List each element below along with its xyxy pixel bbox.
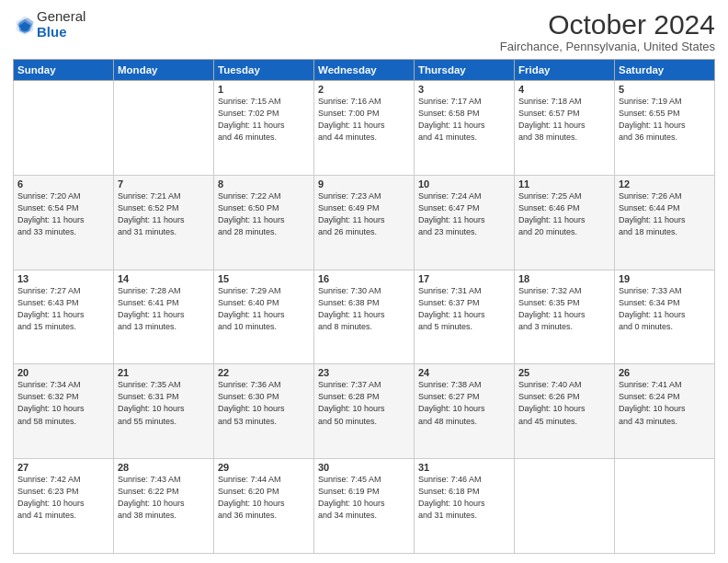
calendar-cell: 20Sunrise: 7:34 AM Sunset: 6:32 PM Dayli… — [14, 364, 114, 459]
day-info: Sunrise: 7:43 AM Sunset: 6:22 PM Dayligh… — [118, 474, 210, 522]
day-info: Sunrise: 7:44 AM Sunset: 6:20 PM Dayligh… — [218, 474, 310, 522]
calendar-cell: 29Sunrise: 7:44 AM Sunset: 6:20 PM Dayli… — [214, 459, 314, 554]
calendar-cell: 5Sunrise: 7:19 AM Sunset: 6:55 PM Daylig… — [615, 81, 715, 176]
day-header-thursday: Thursday — [415, 60, 515, 81]
day-number: 1 — [218, 84, 310, 95]
logo-text: General Blue — [37, 9, 85, 40]
calendar-cell — [615, 459, 715, 554]
day-header-sunday: Sunday — [14, 60, 114, 81]
day-number: 25 — [518, 367, 610, 378]
calendar-week-3: 13Sunrise: 7:27 AM Sunset: 6:43 PM Dayli… — [14, 270, 715, 364]
day-number: 8 — [218, 178, 310, 190]
day-header-friday: Friday — [515, 60, 615, 81]
day-info: Sunrise: 7:18 AM Sunset: 6:57 PM Dayligh… — [518, 96, 610, 144]
calendar-table: SundayMondayTuesdayWednesdayThursdayFrid… — [13, 59, 715, 554]
day-number: 7 — [118, 178, 210, 190]
day-info: Sunrise: 7:30 AM Sunset: 6:38 PM Dayligh… — [318, 285, 410, 333]
day-number: 24 — [418, 367, 510, 378]
day-number: 14 — [118, 273, 210, 284]
day-info: Sunrise: 7:35 AM Sunset: 6:31 PM Dayligh… — [118, 379, 210, 427]
day-info: Sunrise: 7:17 AM Sunset: 6:58 PM Dayligh… — [418, 96, 510, 144]
day-info: Sunrise: 7:37 AM Sunset: 6:28 PM Dayligh… — [318, 379, 410, 427]
day-info: Sunrise: 7:25 AM Sunset: 6:46 PM Dayligh… — [518, 190, 610, 238]
day-info: Sunrise: 7:29 AM Sunset: 6:40 PM Dayligh… — [218, 285, 310, 333]
day-number: 5 — [619, 84, 711, 95]
calendar-cell: 13Sunrise: 7:27 AM Sunset: 6:43 PM Dayli… — [14, 270, 114, 364]
day-header-tuesday: Tuesday — [214, 60, 314, 81]
calendar-cell: 7Sunrise: 7:21 AM Sunset: 6:52 PM Daylig… — [114, 175, 214, 270]
calendar-week-1: 1Sunrise: 7:15 AM Sunset: 7:02 PM Daylig… — [14, 81, 715, 176]
day-number: 19 — [619, 273, 711, 284]
day-number: 20 — [17, 367, 109, 378]
calendar-cell: 4Sunrise: 7:18 AM Sunset: 6:57 PM Daylig… — [515, 81, 615, 176]
day-info: Sunrise: 7:46 AM Sunset: 6:18 PM Dayligh… — [418, 474, 510, 522]
day-number: 18 — [518, 273, 610, 284]
day-number: 13 — [17, 273, 109, 284]
day-info: Sunrise: 7:26 AM Sunset: 6:44 PM Dayligh… — [619, 190, 711, 238]
calendar-week-4: 20Sunrise: 7:34 AM Sunset: 6:32 PM Dayli… — [14, 364, 715, 459]
calendar-header-row: SundayMondayTuesdayWednesdayThursdayFrid… — [14, 60, 715, 81]
day-number: 17 — [418, 273, 510, 284]
day-number: 6 — [17, 178, 109, 190]
day-info: Sunrise: 7:19 AM Sunset: 6:55 PM Dayligh… — [619, 96, 711, 144]
calendar-cell: 6Sunrise: 7:20 AM Sunset: 6:54 PM Daylig… — [14, 175, 114, 270]
calendar-cell: 19Sunrise: 7:33 AM Sunset: 6:34 PM Dayli… — [615, 270, 715, 364]
day-info: Sunrise: 7:42 AM Sunset: 6:23 PM Dayligh… — [17, 474, 109, 522]
day-info: Sunrise: 7:38 AM Sunset: 6:27 PM Dayligh… — [418, 379, 510, 427]
day-info: Sunrise: 7:24 AM Sunset: 6:47 PM Dayligh… — [418, 190, 510, 238]
day-info: Sunrise: 7:41 AM Sunset: 6:24 PM Dayligh… — [619, 379, 711, 427]
day-number: 4 — [518, 84, 610, 95]
day-info: Sunrise: 7:34 AM Sunset: 6:32 PM Dayligh… — [17, 379, 109, 427]
calendar-cell: 21Sunrise: 7:35 AM Sunset: 6:31 PM Dayli… — [114, 364, 214, 459]
day-number: 16 — [318, 273, 410, 284]
day-info: Sunrise: 7:36 AM Sunset: 6:30 PM Dayligh… — [218, 379, 310, 427]
calendar-cell: 24Sunrise: 7:38 AM Sunset: 6:27 PM Dayli… — [415, 364, 515, 459]
day-number: 22 — [218, 367, 310, 378]
day-info: Sunrise: 7:40 AM Sunset: 6:26 PM Dayligh… — [518, 379, 610, 427]
logo-blue-text: Blue — [37, 25, 85, 40]
header: General Blue October 2024 Fairchance, Pe… — [13, 9, 715, 53]
calendar-cell: 28Sunrise: 7:43 AM Sunset: 6:22 PM Dayli… — [114, 459, 214, 554]
day-number: 3 — [418, 84, 510, 95]
calendar-cell: 30Sunrise: 7:45 AM Sunset: 6:19 PM Dayli… — [314, 459, 415, 554]
calendar-cell: 31Sunrise: 7:46 AM Sunset: 6:18 PM Dayli… — [415, 459, 515, 554]
calendar-cell: 9Sunrise: 7:23 AM Sunset: 6:49 PM Daylig… — [314, 175, 415, 270]
day-number: 21 — [118, 367, 210, 378]
day-number: 11 — [518, 178, 610, 190]
calendar-cell: 2Sunrise: 7:16 AM Sunset: 7:00 PM Daylig… — [314, 81, 415, 176]
logo-icon — [15, 15, 35, 35]
day-info: Sunrise: 7:31 AM Sunset: 6:37 PM Dayligh… — [418, 285, 510, 333]
calendar-cell: 8Sunrise: 7:22 AM Sunset: 6:50 PM Daylig… — [214, 175, 314, 270]
logo-general-text: General — [37, 9, 85, 25]
day-number: 9 — [318, 178, 410, 190]
day-info: Sunrise: 7:27 AM Sunset: 6:43 PM Dayligh… — [17, 285, 109, 333]
calendar-cell: 14Sunrise: 7:28 AM Sunset: 6:41 PM Dayli… — [114, 270, 214, 364]
calendar-cell — [114, 81, 214, 176]
day-number: 23 — [318, 367, 410, 378]
day-info: Sunrise: 7:23 AM Sunset: 6:49 PM Dayligh… — [318, 190, 410, 238]
logo: General Blue — [13, 9, 85, 40]
day-info: Sunrise: 7:32 AM Sunset: 6:35 PM Dayligh… — [518, 285, 610, 333]
calendar-cell: 11Sunrise: 7:25 AM Sunset: 6:46 PM Dayli… — [515, 175, 615, 270]
day-number: 15 — [218, 273, 310, 284]
calendar-cell: 1Sunrise: 7:15 AM Sunset: 7:02 PM Daylig… — [214, 81, 314, 176]
day-header-monday: Monday — [114, 60, 214, 81]
calendar-week-2: 6Sunrise: 7:20 AM Sunset: 6:54 PM Daylig… — [14, 175, 715, 270]
day-header-wednesday: Wednesday — [314, 60, 415, 81]
calendar-cell: 16Sunrise: 7:30 AM Sunset: 6:38 PM Dayli… — [314, 270, 415, 364]
day-info: Sunrise: 7:33 AM Sunset: 6:34 PM Dayligh… — [619, 285, 711, 333]
month-title: October 2024 — [500, 9, 715, 40]
day-number: 12 — [619, 178, 711, 190]
calendar-cell: 18Sunrise: 7:32 AM Sunset: 6:35 PM Dayli… — [515, 270, 615, 364]
day-number: 26 — [619, 367, 711, 378]
day-info: Sunrise: 7:15 AM Sunset: 7:02 PM Dayligh… — [218, 96, 310, 144]
day-number: 2 — [318, 84, 410, 95]
day-number: 30 — [318, 462, 410, 473]
calendar-cell: 10Sunrise: 7:24 AM Sunset: 6:47 PM Dayli… — [415, 175, 515, 270]
calendar-cell: 25Sunrise: 7:40 AM Sunset: 6:26 PM Dayli… — [515, 364, 615, 459]
day-number: 28 — [118, 462, 210, 473]
calendar-cell: 15Sunrise: 7:29 AM Sunset: 6:40 PM Dayli… — [214, 270, 314, 364]
calendar-cell: 22Sunrise: 7:36 AM Sunset: 6:30 PM Dayli… — [214, 364, 314, 459]
calendar-cell — [515, 459, 615, 554]
calendar-week-5: 27Sunrise: 7:42 AM Sunset: 6:23 PM Dayli… — [14, 459, 715, 554]
